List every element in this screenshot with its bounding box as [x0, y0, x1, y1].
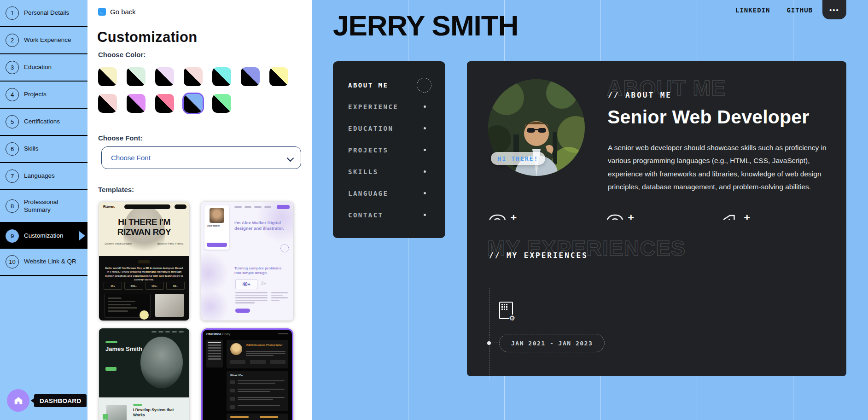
- template-thumbnail-alex-walker[interactable]: Alex Walker I'm Alex Walker Digital desi…: [201, 202, 293, 321]
- template-grid: Rizwan. HI THERE I'M RIZWAN ROY Creative…: [99, 202, 302, 420]
- about-headline: Senior Web Developer: [607, 106, 809, 128]
- template-thumbnail-rizwan[interactable]: Rizwan. HI THERE I'M RIZWAN ROY Creative…: [99, 202, 189, 321]
- preview-nav-projects[interactable]: PROJECTS: [348, 139, 431, 161]
- template-header: Christina Cozy: [206, 332, 230, 336]
- color-swatch[interactable]: [155, 67, 174, 86]
- bullet-dot-icon: [424, 149, 426, 151]
- dashboard-home-button[interactable]: [7, 389, 29, 412]
- sidebar-item-skills[interactable]: 6 Skills: [0, 136, 87, 163]
- sidebar-item-education[interactable]: 3 Education: [0, 54, 87, 82]
- template-about-text: Hello world! I'm Rizwan Roy, a 3D & moti…: [104, 266, 185, 282]
- template-dark-section: Hello world! I'm Rizwan Roy, a 3D & moti…: [99, 256, 189, 321]
- preview-menu-button[interactable]: •••: [822, 0, 846, 19]
- website-preview: JERRY SMITH LINKEDIN GITHUB ••• ABOUT ME…: [312, 0, 868, 420]
- template-subheading: Turning complex problems into simple des…: [234, 266, 288, 275]
- preview-nav-skills[interactable]: SKILLS: [348, 161, 431, 182]
- color-swatch[interactable]: [269, 67, 288, 86]
- sidebar-item-projects[interactable]: 4 Projects: [0, 82, 87, 109]
- bullet-dot-icon: [424, 105, 426, 108]
- sidebar-item-label: Personal Details: [24, 9, 69, 17]
- color-swatch[interactable]: [127, 94, 146, 113]
- sidebar-item-label: Languages: [24, 172, 55, 180]
- color-swatch[interactable]: [212, 94, 231, 113]
- preview-nav-language[interactable]: LANGUAGE: [348, 182, 431, 204]
- template-stat: 99+: [166, 282, 185, 290]
- active-section-indicator-icon: [417, 78, 431, 93]
- template-sidebar-text: [271, 292, 288, 302]
- template-photo: [155, 294, 184, 317]
- sidebar-item-professional-summary[interactable]: 8 Professional Summary: [0, 190, 87, 223]
- template-education-panel: [227, 414, 288, 420]
- back-arrow-icon: ←: [98, 8, 106, 16]
- sidebar-item-certifications[interactable]: 5 Certifications: [0, 109, 87, 136]
- github-link[interactable]: GITHUB: [786, 6, 813, 14]
- sidebar-item-languages[interactable]: 7 Languages: [0, 163, 87, 190]
- template-role: UI&UX Designer, Photographer: [246, 344, 285, 347]
- template-profile-card: Alex Walker: [204, 205, 229, 250]
- template-name: Alex Walker: [207, 225, 227, 228]
- choose-font-label: Choose Font:: [98, 134, 143, 142]
- template-cta: [175, 204, 186, 209]
- step-number: 6: [6, 142, 19, 156]
- template-thumbnail-christina-selected[interactable]: Christina Cozy UI&UX Designer, Photograp…: [201, 328, 293, 420]
- color-swatch[interactable]: [212, 67, 231, 86]
- bullet-dot-icon: [424, 192, 426, 194]
- choose-color-label: Choose Color:: [98, 51, 146, 58]
- template-stat: 10k+: [146, 282, 164, 290]
- color-swatch[interactable]: [155, 94, 174, 113]
- step-number: 9: [6, 229, 19, 243]
- template-accent-square: [103, 414, 108, 420]
- step-number: 7: [6, 169, 19, 183]
- step-number: 8: [6, 199, 19, 213]
- home-icon: [13, 396, 23, 406]
- company-building-icon: ⚙: [499, 302, 513, 319]
- color-swatch-selected[interactable]: [184, 94, 203, 113]
- sidebar-item-label: Skills: [24, 145, 39, 152]
- preview-social-links: LINKEDIN GITHUB: [735, 6, 813, 14]
- sidebar-item-website-link-qr[interactable]: 10 Website Link & QR: [0, 249, 87, 276]
- sidebar-item-customization[interactable]: 9 Customization: [0, 223, 87, 249]
- template-section-title: What I Do: [230, 374, 243, 377]
- template-photo: [106, 405, 127, 420]
- template-navbar: [234, 206, 271, 208]
- preview-nav-about-me[interactable]: ABOUT ME: [348, 74, 431, 96]
- preview-nav-education[interactable]: EDUCATION: [348, 117, 431, 139]
- linkedin-link[interactable]: LINKEDIN: [735, 6, 770, 14]
- sidebar-item-label: Projects: [24, 91, 47, 98]
- sidebar-item-work-experience[interactable]: 2 Work Experience: [0, 27, 87, 54]
- template-stats: 16+ 36k+ 10k+ 99+: [104, 282, 185, 290]
- sidebar-item-label: Education: [24, 64, 52, 71]
- template-button: [235, 309, 250, 313]
- template-hero: James Smith: [99, 328, 189, 397]
- template-stat: 40+: [235, 279, 257, 289]
- template-name: James Smith: [105, 346, 142, 353]
- color-swatch[interactable]: [241, 67, 260, 86]
- sidebar-item-label: Work Experience: [24, 36, 71, 44]
- color-swatch[interactable]: [184, 67, 203, 86]
- step-number: 2: [6, 34, 19, 47]
- dashboard-tooltip: DASHBOARD: [34, 394, 87, 407]
- step-number: 4: [6, 88, 19, 101]
- sidebar-item-personal-details[interactable]: 1 Personal Details: [0, 0, 87, 27]
- template-sidebar: [206, 340, 223, 368]
- template-stat: 36k+: [124, 282, 143, 290]
- step-number: 5: [6, 115, 19, 128]
- template-stat: 16+: [104, 282, 122, 290]
- template-heading: I'm Alex Walker Digital designer and ill…: [234, 220, 288, 231]
- font-select[interactable]: Choose Font: [102, 147, 301, 169]
- template-scroll-ring: [280, 244, 289, 252]
- step-number: 1: [6, 6, 19, 20]
- ellipsis-icon: •••: [829, 6, 839, 14]
- template-avatar: [210, 208, 224, 223]
- color-swatch[interactable]: [127, 67, 146, 86]
- color-swatch[interactable]: [98, 67, 117, 86]
- template-thumbnail-james-smith[interactable]: James Smith I Develop System that Works: [99, 328, 189, 420]
- preview-nav-experience[interactable]: EXPERIENCE: [348, 96, 431, 117]
- color-swatch[interactable]: [98, 94, 117, 113]
- timeline-line: [489, 288, 489, 380]
- experiences-card: MY EXPERIENCES // MY EXPERIENCES ⚙ JAN 2…: [467, 220, 846, 376]
- go-back-button[interactable]: ← Go back: [98, 8, 136, 16]
- page-title: Customization: [97, 29, 197, 46]
- go-back-label: Go back: [110, 8, 136, 16]
- preview-nav-contact[interactable]: CONTACT: [348, 204, 431, 226]
